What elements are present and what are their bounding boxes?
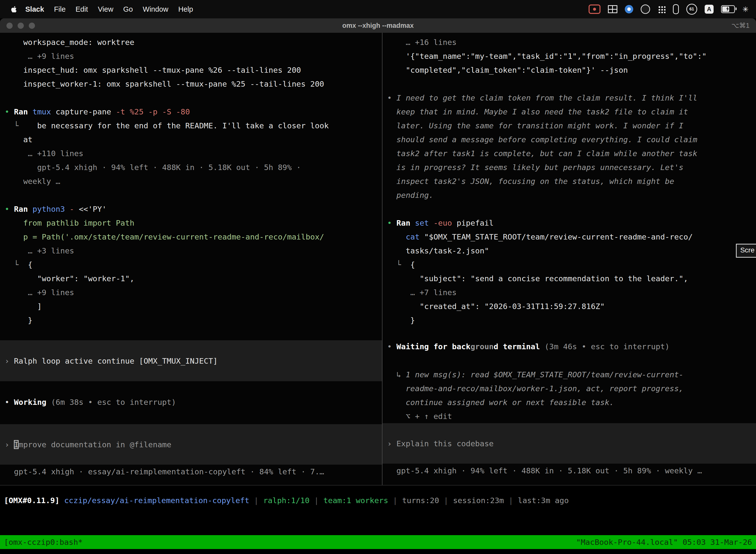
text-segment: • xyxy=(387,342,396,351)
text-segment: … +3 lines xyxy=(5,246,74,255)
text-segment: p = Path('.omx/state/team/review-current… xyxy=(5,232,324,241)
prompt-input-right[interactable]: › Explain this codebase xyxy=(382,423,756,464)
terminal-line: cat "$OMX_TEAM_STATE_ROOT/team/review-cu… xyxy=(382,230,756,244)
terminal-line: … +7 lines xyxy=(382,285,756,299)
text-segment: keep that in mind. Maybe I also need the… xyxy=(387,107,688,116)
text-segment: Ralph loop active continue [OMX_TMUX_INJ… xyxy=(14,356,217,365)
text-segment: Explain this codebase xyxy=(396,439,494,448)
status-segment xyxy=(60,496,64,505)
text-segment: … +16 lines xyxy=(387,38,457,47)
status-segment: cczip/essay/ai-reimplementation-copyleft xyxy=(64,496,250,505)
status-segment: team:1 workers xyxy=(323,496,388,505)
omx-status-line: [OMX#0.11.9] cczip/essay/ai-reimplementa… xyxy=(0,493,756,507)
text-segment: set xyxy=(415,218,429,227)
screen-tooltip: Scre xyxy=(736,244,756,258)
terminal-line: tasks/task-2.json" xyxy=(382,244,756,258)
gap xyxy=(382,353,756,368)
text-segment: Ran xyxy=(14,107,33,116)
text-segment: inspect task2's JSON, focusing on the st… xyxy=(387,177,674,186)
text-segment: inspect_hud: omx sparkshell --tmux-pane … xyxy=(5,65,301,74)
input-source-icon[interactable]: A xyxy=(705,5,713,14)
text-segment: from pathlib import Path xyxy=(5,218,134,227)
text-segment: is in progress? It seems likely but perh… xyxy=(387,163,683,172)
text-segment: Working xyxy=(14,398,46,406)
text-segment: "$OMX_TEAM_STATE_ROOT/team/review-curren… xyxy=(420,232,693,241)
prompt-input-left[interactable]: › Improve documentation in @filename xyxy=(0,424,382,465)
right-pane: … +16 lines '{"team_name":"my-team","tas… xyxy=(382,33,756,485)
gap xyxy=(0,409,382,424)
terminal-line: inspect_worker-1: omx sparkshell --tmux-… xyxy=(0,77,382,91)
terminal-line: } xyxy=(382,313,756,327)
text-segment: should send a message before completing … xyxy=(387,135,697,144)
battery-icon[interactable] xyxy=(721,5,735,13)
thinking: • I need to get the claim token from the… xyxy=(382,91,756,105)
text-segment: continue assigned work or next feasible … xyxy=(387,398,614,407)
text-segment: I xyxy=(14,440,19,449)
text-segment: } xyxy=(5,316,33,325)
terminal-line: … +9 lines xyxy=(0,285,382,299)
text-segment: › xyxy=(387,439,396,448)
gap xyxy=(382,327,756,340)
terminal-line: } xyxy=(0,313,382,327)
status-segment: | xyxy=(310,496,323,505)
text-segment: gpt-5.4 xhigh · essay/ai-reimplementatio… xyxy=(5,467,324,476)
text-segment: be necessary for the end of the README. … xyxy=(37,121,329,130)
grid-app-icon[interactable] xyxy=(608,5,617,13)
terminal-line: "created_at": "2026-03-31T11:59:27.816Z" xyxy=(382,299,756,313)
text-segment: • xyxy=(5,107,14,116)
terminal-line: at xyxy=(0,132,382,147)
terminal-line: … +110 lines xyxy=(0,147,382,160)
fan-icon[interactable]: ✳ xyxy=(742,5,749,14)
text-segment: (3m 46s • esc to interrupt) xyxy=(540,342,670,351)
battery-percent-badge-icon[interactable]: 61 xyxy=(686,4,697,15)
text-segment: readme-and-reco/mailbox/worker-1.json, a… xyxy=(387,384,683,393)
command-line: • Ran python3 - <<'PY' xyxy=(0,202,382,216)
text-segment: at xyxy=(5,135,33,144)
dots-grid-icon[interactable] xyxy=(657,5,666,13)
text-segment: 1 new msg(s): read $OMX_TEAM_STATE_ROOT/… xyxy=(406,370,684,379)
mailbox-note: continue assigned work or next feasible … xyxy=(382,395,756,409)
text-segment: └ xyxy=(5,121,37,130)
text-segment: -t %25 -p -S -80 xyxy=(111,107,190,116)
menu-help[interactable]: Help xyxy=(173,5,198,13)
text-segment: └ xyxy=(5,260,28,269)
window-shortcut: ⌥⌘1 xyxy=(732,21,750,30)
text-segment: pipefail xyxy=(452,218,494,227)
screen-recording-icon[interactable] xyxy=(588,4,601,14)
status-segment: last:3m ago xyxy=(518,496,569,505)
terminal-line: └ be necessary for the end of the README… xyxy=(0,119,382,132)
text-segment: tmux xyxy=(33,107,51,116)
menu-app-name[interactable]: Slack xyxy=(20,5,49,13)
menu-window[interactable]: Window xyxy=(138,5,173,13)
text-segment: "created_at": "2026-03-31T11:59:27.816Z" xyxy=(387,302,605,311)
blank-line xyxy=(382,202,756,216)
text-segment: • xyxy=(5,205,14,214)
tmux-status-bar: [omx-cczip0:bash* "MacBook-Pro-44.local"… xyxy=(0,535,756,549)
menu-view[interactable]: View xyxy=(93,5,118,13)
ralph-loop-banner[interactable]: › Ralph loop active continue [OMX_TMUX_I… xyxy=(0,340,382,381)
status-segment: ralph:1/10 xyxy=(263,496,310,505)
mailbox-note: ↳ 1 new msg(s): read $OMX_TEAM_STATE_ROO… xyxy=(382,368,756,382)
menu-go[interactable]: Go xyxy=(118,5,138,13)
blue-app-icon[interactable] xyxy=(625,5,633,13)
text-segment: "completed","claim_token":"claim-token"}… xyxy=(387,65,628,74)
terminal-line: '{"team_name":"my-team","task_id":"1","f… xyxy=(382,49,756,63)
text-segment: › xyxy=(5,440,14,449)
menubar: Slack FileEditViewGoWindowHelp 61 A ✳ xyxy=(0,0,756,18)
terminal-line: gpt-5.4 xhigh · 94% left · 488K in · 5.1… xyxy=(0,160,382,174)
text-segment: task2 after task1 is complete, but can I… xyxy=(387,149,697,158)
pill-app-icon[interactable] xyxy=(673,4,679,14)
menu-file[interactable]: File xyxy=(49,5,71,13)
apple-menu-icon[interactable] xyxy=(7,6,20,13)
text-segment: "subject": "send a concise recommendatio… xyxy=(387,274,688,283)
window-titlebar: omx --xhigh --madmax ⌥⌘1 xyxy=(0,18,756,33)
dark-app-icon[interactable] xyxy=(641,4,650,14)
text-segment: I need to get the claim token from the c… xyxy=(396,93,697,102)
menubar-menus: Slack FileEditViewGoWindowHelp xyxy=(7,5,198,13)
blank-line xyxy=(0,91,382,105)
text-segment: Ran xyxy=(396,218,415,227)
terminal-line: workspace_mode: worktree xyxy=(0,35,382,49)
text-segment: • xyxy=(387,93,396,102)
menu-edit[interactable]: Edit xyxy=(71,5,93,13)
text-segment: cat xyxy=(406,232,420,241)
